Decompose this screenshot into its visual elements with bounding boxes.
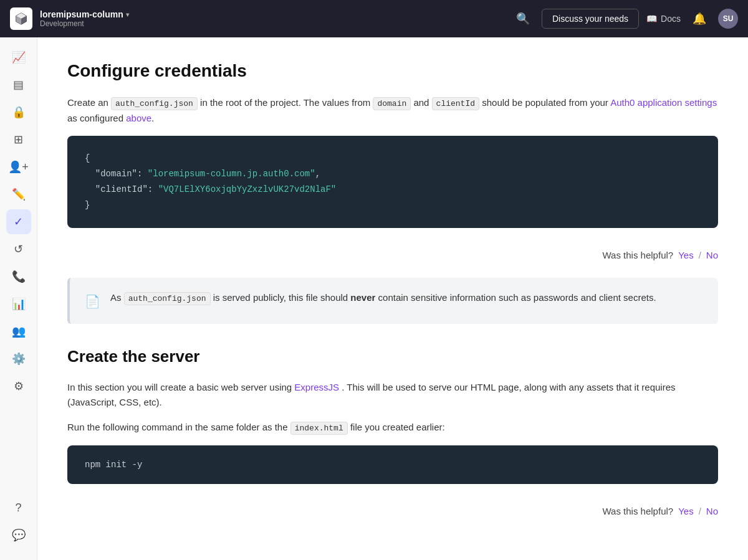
sidebar-item-chat[interactable]: 💬 bbox=[6, 523, 31, 548]
phone-icon: 📞 bbox=[12, 270, 26, 283]
section2-para1: In this section you will create a basic … bbox=[67, 380, 718, 410]
section2: Create the server In this section you wi… bbox=[67, 344, 718, 534]
refresh-icon: ↺ bbox=[14, 242, 23, 256]
book-icon: 📖 bbox=[646, 14, 657, 24]
project-env: Development bbox=[40, 19, 129, 28]
sidebar-item-settings[interactable]: ⚙ bbox=[6, 374, 31, 399]
lock-icon: 🔒 bbox=[12, 105, 26, 119]
check-icon: ✓ bbox=[14, 215, 23, 229]
sidebar-item-group[interactable]: 👥 bbox=[6, 319, 31, 344]
helpful-row-2: Was this helpful? Yes / No bbox=[67, 499, 718, 534]
sidebar-item-refresh[interactable]: ↺ bbox=[6, 237, 31, 262]
topnav: loremipsum-column ▾ Development 🔍 Discus… bbox=[0, 0, 748, 37]
layers-icon: ▤ bbox=[13, 78, 24, 92]
avatar[interactable]: SU bbox=[718, 9, 738, 29]
yes-button-2[interactable]: Yes bbox=[678, 504, 693, 519]
main-content: Configure credentials Create an auth_con… bbox=[37, 37, 748, 560]
section2-title: Create the server bbox=[67, 344, 718, 370]
edit-icon: ✏️ bbox=[12, 187, 26, 201]
section1-title: Configure credentials bbox=[67, 57, 718, 85]
npm-command: npm init -y bbox=[85, 460, 142, 470]
above-link[interactable]: above bbox=[126, 113, 151, 123]
sidebar-item-phone[interactable]: 📞 bbox=[6, 264, 31, 289]
inline-code-clientid: clientId bbox=[432, 97, 479, 110]
no-button-1[interactable]: No bbox=[706, 248, 718, 263]
discuss-needs-button[interactable]: Discuss your needs bbox=[542, 9, 639, 29]
note-text: As auth_config.json is served publicly, … bbox=[110, 290, 656, 306]
sidebar-item-analytics[interactable]: 📈 bbox=[6, 45, 31, 70]
auth0-settings-link[interactable]: Auth0 application settings bbox=[610, 97, 717, 108]
expressjs-link[interactable]: ExpressJS bbox=[294, 382, 339, 392]
docs-button[interactable]: 📖 Docs bbox=[646, 14, 681, 24]
sidebar-item-add-user[interactable]: 👤+ bbox=[6, 154, 31, 179]
sidebar-item-check[interactable]: ✓ bbox=[6, 209, 31, 234]
sidebar-item-layers[interactable]: ▤ bbox=[6, 72, 31, 97]
barchart-icon: 📊 bbox=[12, 297, 26, 311]
settings-alt-icon: ⚙️ bbox=[12, 352, 26, 366]
settings-icon: ⚙ bbox=[14, 379, 24, 393]
sidebar-item-help[interactable]: ? bbox=[6, 495, 31, 520]
section1-intro: Create an auth_config.json in the root o… bbox=[67, 95, 718, 126]
sidebar: 📈 ▤ 🔒 ⊞ 👤+ ✏️ ✓ ↺ 📞 📊 👥 ⚙️ ⚙ ? 💬 bbox=[0, 37, 37, 560]
helpful-row-1: Was this helpful? Yes / No bbox=[67, 243, 718, 278]
logo bbox=[10, 7, 32, 30]
note-icon: 📄 bbox=[85, 292, 100, 311]
help-icon: ? bbox=[15, 501, 21, 515]
section2-para2: Run the following command in the same fo… bbox=[67, 420, 718, 435]
inline-code-indexhtml: index.html bbox=[290, 422, 348, 435]
sidebar-item-settings-alt[interactable]: ⚙️ bbox=[6, 346, 31, 371]
group-icon: 👥 bbox=[12, 325, 26, 338]
helpful-text-1: Was this helpful? bbox=[602, 248, 673, 263]
code-block-credentials: { "domain": "loremipsum-column.jp.auth0.… bbox=[67, 136, 718, 229]
helpful-text-2: Was this helpful? bbox=[602, 504, 673, 519]
sidebar-item-lock[interactable]: 🔒 bbox=[6, 100, 31, 125]
grid-icon: ⊞ bbox=[14, 133, 23, 146]
yes-button-1[interactable]: Yes bbox=[678, 248, 693, 263]
inline-code-domain: domain bbox=[373, 97, 411, 110]
add-user-icon: 👤+ bbox=[8, 160, 29, 174]
npm-code-block: npm init -y bbox=[67, 445, 718, 484]
project-selector[interactable]: loremipsum-column ▾ Development bbox=[40, 9, 129, 28]
project-name: loremipsum-column ▾ bbox=[40, 9, 129, 19]
notifications-button[interactable]: 🔔 bbox=[688, 7, 711, 30]
inline-code-note: auth_config.json bbox=[124, 292, 211, 305]
sidebar-item-barchart[interactable]: 📊 bbox=[6, 292, 31, 316]
sidebar-item-edit[interactable]: ✏️ bbox=[6, 182, 31, 207]
never-text: never bbox=[350, 292, 375, 303]
analytics-icon: 📈 bbox=[12, 50, 26, 64]
inline-code-auth-config: auth_config.json bbox=[111, 97, 198, 110]
sidebar-bottom: ? 💬 bbox=[6, 495, 31, 553]
no-button-2[interactable]: No bbox=[706, 504, 718, 519]
note-block: 📄 As auth_config.json is served publicly… bbox=[67, 278, 718, 324]
search-button[interactable]: 🔍 bbox=[512, 7, 534, 30]
sidebar-item-grid[interactable]: ⊞ bbox=[6, 127, 31, 152]
chat-icon: 💬 bbox=[12, 528, 26, 542]
